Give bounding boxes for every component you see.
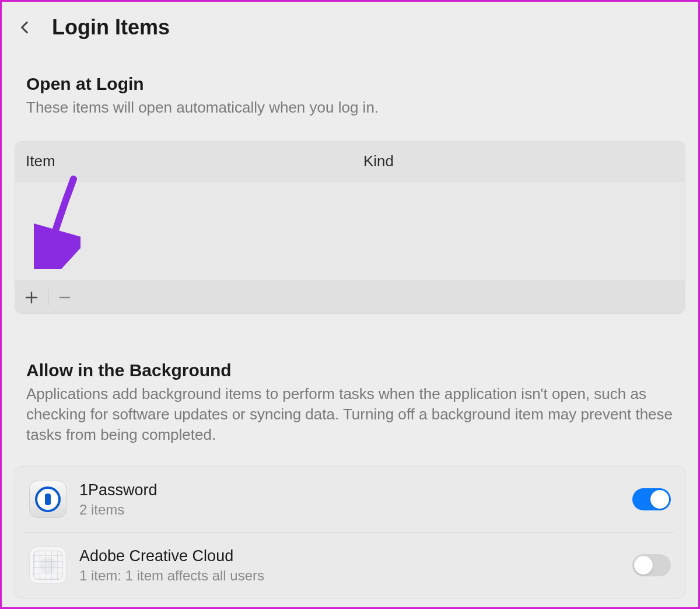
open-at-login-title: Open at Login xyxy=(26,74,674,94)
background-app-row: Adobe Creative Cloud 1 item: 1 item affe… xyxy=(26,533,674,598)
login-items-table: Item Kind xyxy=(15,141,685,314)
plus-icon xyxy=(25,291,38,304)
app-subtext: 2 items xyxy=(79,502,632,518)
toggle-knob xyxy=(634,556,653,575)
app-text: Adobe Creative Cloud 1 item: 1 item affe… xyxy=(79,547,632,584)
minus-icon xyxy=(58,291,71,304)
background-app-row: 1Password 2 items xyxy=(26,467,674,533)
table-body-empty xyxy=(15,181,685,281)
annotation-arrow xyxy=(34,176,80,269)
app-icon-adobe xyxy=(29,547,66,584)
add-login-item-button[interactable] xyxy=(15,281,48,314)
onepassword-icon xyxy=(35,487,61,512)
column-header-item[interactable]: Item xyxy=(15,152,363,170)
chevron-left-icon xyxy=(18,20,33,35)
app-text: 1Password 2 items xyxy=(79,481,632,518)
background-desc: Applications add background items to per… xyxy=(26,384,674,445)
open-at-login-desc: These items will open automatically when… xyxy=(26,97,674,118)
page-title: Login Items xyxy=(52,15,170,40)
app-subtext: 1 item: 1 item affects all users xyxy=(79,568,632,584)
open-at-login-section: Open at Login These items will open auto… xyxy=(2,74,698,118)
app-name: Adobe Creative Cloud xyxy=(79,547,632,565)
adobe-creative-cloud-icon xyxy=(33,551,62,580)
remove-login-item-button[interactable] xyxy=(48,281,81,314)
app-name: 1Password xyxy=(79,481,632,499)
table-header-row: Item Kind xyxy=(15,142,685,181)
table-footer xyxy=(15,281,685,313)
column-header-kind[interactable]: Kind xyxy=(363,152,685,170)
toggle-1password[interactable] xyxy=(632,488,671,510)
back-button[interactable] xyxy=(12,15,38,40)
page-header: Login Items xyxy=(2,2,698,44)
background-title: Allow in the Background xyxy=(26,360,674,380)
background-section: Allow in the Background Applications add… xyxy=(2,360,698,445)
background-apps-list: 1Password 2 items Adobe Creative Cloud 1… xyxy=(15,466,685,598)
app-icon-1password xyxy=(29,481,66,518)
toggle-adobe[interactable] xyxy=(632,554,671,576)
toggle-knob xyxy=(650,490,669,509)
